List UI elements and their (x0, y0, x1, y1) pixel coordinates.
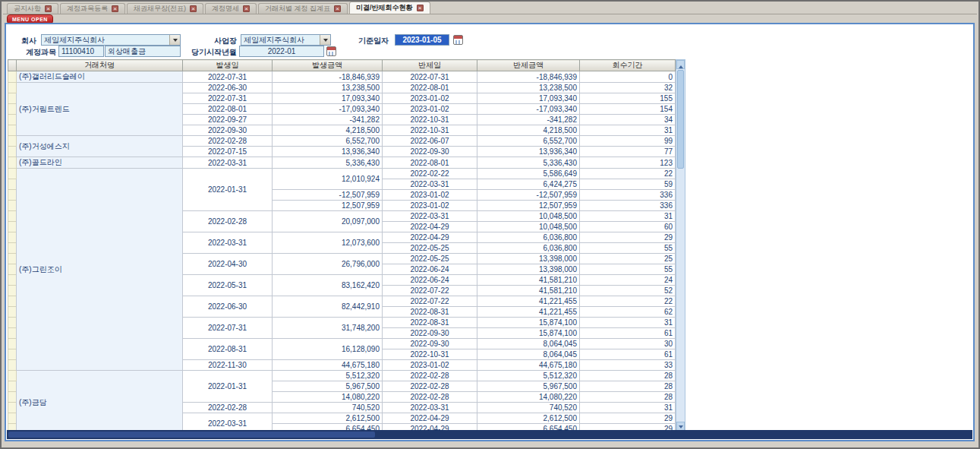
grid-cell[interactable]: -17,093,340 (273, 104, 383, 115)
grid-cell[interactable]: 2022-08-31 (383, 307, 477, 318)
grid-cell[interactable]: 2022-05-31 (183, 275, 273, 296)
row-selector[interactable] (8, 243, 17, 254)
column-header[interactable]: 회수기간 (580, 60, 676, 71)
grid-cell[interactable]: 15,874,100 (477, 318, 580, 328)
grid-cell[interactable]: -12,507,959 (477, 190, 580, 201)
row-selector[interactable] (8, 125, 17, 136)
vertical-scroll-thumb[interactable] (677, 70, 684, 169)
grid-cell[interactable]: 14,080,220 (273, 392, 383, 403)
grid-cell[interactable]: 30 (580, 339, 676, 349)
grid-cell[interactable]: 8,064,045 (477, 349, 580, 360)
account-code-input[interactable]: 11100410 (58, 46, 104, 57)
grid-cell[interactable]: 2022-07-22 (383, 286, 477, 296)
site-select[interactable]: 제일제지주식회사 (241, 34, 331, 46)
grid-cell[interactable]: 17,093,340 (477, 93, 580, 104)
row-selector[interactable] (8, 328, 17, 339)
grid-cell[interactable]: 83,162,420 (273, 275, 383, 296)
grid-cell[interactable]: 41,581,210 (477, 286, 580, 296)
grid-cell[interactable]: 29 (580, 232, 676, 243)
grid-cell[interactable]: 13,238,500 (273, 83, 383, 93)
grid-cell[interactable]: 6,552,700 (477, 136, 580, 147)
row-selector-header[interactable] (8, 60, 17, 71)
grid-cell[interactable]: 31 (580, 125, 676, 136)
grid-cell[interactable]: 2022-01-31 (183, 169, 273, 211)
tab-1[interactable]: 공지사항× (7, 3, 58, 14)
grid-cell[interactable]: 2022-02-28 (383, 371, 477, 381)
grid-cell[interactable]: 13,936,340 (477, 147, 580, 157)
grid-cell[interactable]: 2022-02-28 (183, 211, 273, 232)
grid-cell[interactable]: 28 (580, 381, 676, 392)
base-date-input[interactable]: 2023-01-05 (395, 34, 449, 46)
grid-cell[interactable]: 2022-08-31 (383, 318, 477, 328)
row-selector[interactable] (8, 147, 17, 157)
grid-cell[interactable]: 10,048,500 (477, 222, 580, 232)
grid-cell[interactable]: 33 (580, 360, 676, 371)
grid-cell[interactable]: 13,398,000 (477, 254, 580, 264)
grid-cell[interactable]: 154 (580, 104, 676, 115)
row-selector[interactable] (8, 403, 17, 413)
row-selector[interactable] (8, 318, 17, 328)
row-selector[interactable] (8, 349, 17, 360)
tab-6[interactable]: 미결/반제회수현황× (349, 2, 430, 14)
grid-cell[interactable]: 6,036,800 (477, 232, 580, 243)
row-selector[interactable] (8, 360, 17, 371)
row-selector[interactable] (8, 275, 17, 286)
chevron-down-icon[interactable] (320, 35, 330, 45)
grid-cell[interactable]: 62 (580, 307, 676, 318)
company-select[interactable]: 제일제지주식회사 (41, 34, 181, 46)
grid-cell[interactable]: 0 (580, 71, 676, 83)
row-selector[interactable] (8, 169, 17, 179)
column-header[interactable]: 반제일 (383, 60, 477, 71)
column-header[interactable]: 반제금액 (477, 60, 580, 71)
grid-cell[interactable]: 5,336,430 (273, 157, 383, 169)
vendor-cell[interactable]: (주)금담 (17, 371, 183, 434)
grid-cell[interactable]: 22 (580, 169, 676, 179)
grid-cell[interactable]: 41,221,455 (477, 296, 580, 307)
row-selector[interactable] (8, 83, 17, 93)
grid-cell[interactable]: 2022-11-30 (183, 360, 273, 371)
grid-cell[interactable]: 2022-07-22 (383, 296, 477, 307)
grid-cell[interactable]: 2022-10-31 (383, 125, 477, 136)
grid-cell[interactable]: 2022-03-31 (383, 211, 477, 222)
grid-cell[interactable]: 2022-08-01 (383, 83, 477, 93)
grid-cell[interactable]: 2,612,500 (477, 413, 580, 424)
grid-cell[interactable]: -12,507,959 (273, 190, 383, 201)
row-selector[interactable] (8, 381, 17, 392)
vendor-cell[interactable]: (주)골드라인 (17, 157, 183, 169)
tab-close-icon[interactable]: × (45, 5, 52, 12)
grid-cell[interactable]: 20,097,000 (273, 211, 383, 232)
grid-cell[interactable]: 14,080,220 (477, 392, 580, 403)
row-selector[interactable] (8, 201, 17, 211)
grid-cell[interactable]: 10,048,500 (477, 211, 580, 222)
row-selector[interactable] (8, 179, 17, 190)
tab-close-icon[interactable]: × (334, 5, 341, 12)
grid-cell[interactable]: 13,936,340 (273, 147, 383, 157)
grid-cell[interactable]: 5,967,500 (477, 381, 580, 392)
grid-cell[interactable]: 2023-01-02 (383, 104, 477, 115)
grid-cell[interactable]: 34 (580, 115, 676, 125)
grid-cell[interactable]: 2022-01-31 (183, 371, 273, 403)
grid-cell[interactable]: 28 (580, 371, 676, 381)
row-selector[interactable] (8, 136, 17, 147)
grid-cell[interactable]: 55 (580, 243, 676, 254)
grid-cell[interactable]: 2022-08-31 (183, 339, 273, 360)
vendor-cell[interactable]: (주)갤러리드슬레이 (17, 71, 183, 83)
grid-cell[interactable]: 99 (580, 136, 676, 147)
grid-cell[interactable]: 28 (580, 392, 676, 403)
grid-cell[interactable]: 2022-09-30 (383, 328, 477, 339)
tab-2[interactable]: 계정과목등록× (60, 3, 125, 14)
grid-cell[interactable]: 12,010,924 (273, 169, 383, 190)
tab-5[interactable]: 거래처별 계정 집계표× (258, 3, 348, 14)
grid-cell[interactable]: 41,581,210 (477, 275, 580, 286)
row-selector[interactable] (8, 371, 17, 381)
chevron-down-icon[interactable] (169, 35, 180, 45)
vendor-cell[interactable]: (주)거림트렌드 (17, 83, 183, 136)
grid-cell[interactable]: 2022-02-28 (383, 381, 477, 392)
grid-cell[interactable]: 44,675,180 (273, 360, 383, 371)
grid-cell[interactable]: 2023-01-02 (383, 93, 477, 104)
grid-cell[interactable]: 2022-07-31 (383, 71, 477, 83)
grid-cell[interactable]: 2023-01-02 (383, 201, 477, 211)
grid-cell[interactable]: 5,512,320 (273, 371, 383, 381)
grid-cell[interactable]: 2022-06-30 (183, 83, 273, 93)
grid-cell[interactable]: 26,796,000 (273, 254, 383, 275)
